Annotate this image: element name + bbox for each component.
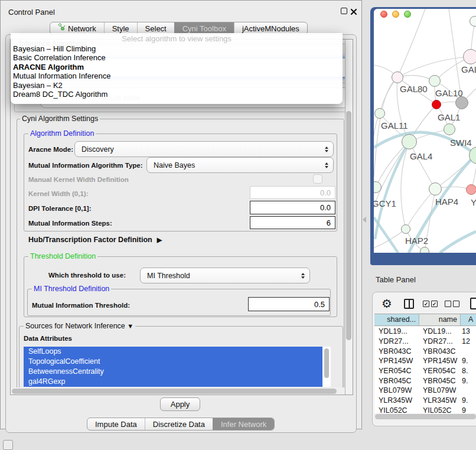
cell: YBR043C [419,347,461,356]
apply-button[interactable]: Apply [160,397,200,411]
tab-impute-data[interactable]: Impute Data [87,418,145,430]
close-icon[interactable] [350,7,357,14]
threshold-definition-title: Threshold Definition [28,252,97,260]
kernel-width-label: Kernel Width (0,1): [28,190,88,197]
aracne-mode-combo[interactable]: Discovery [74,141,334,157]
table-row[interactable]: YBR045CYBR045C9. [374,376,476,386]
column-header-partial[interactable]: A [461,314,476,325]
table-row[interactable]: YDL19...YDL19...13 [374,327,476,337]
kernel-width-field[interactable]: 0.0 [250,186,335,199]
node-gal7[interactable] [463,49,476,64]
mi-type-combo[interactable]: Naive Bayes [146,157,334,173]
tab-select[interactable]: Select [137,22,174,34]
attribute-item-selfloops[interactable]: SelfLoops [24,347,322,357]
table-row[interactable]: YDR27...YDR27...12 [374,337,476,347]
list-scrollbar[interactable] [322,347,331,387]
hub-definition-toggle[interactable]: Hub/Transcription Factor Definition▶ [28,236,162,244]
split-columns-icon[interactable] [404,299,414,309]
manual-kernel-checkbox[interactable] [313,174,322,184]
node-swi4-label: SWI4 [450,138,472,148]
deselect-all-columns-icon[interactable] [445,301,459,307]
node-swi4[interactable] [444,123,455,135]
manual-kernel-label: Manual Kernel Width Definition [28,176,129,183]
column-header-name[interactable]: name [419,314,461,325]
mi-type-label: Mutual Information Algorithm Type: [28,162,143,169]
node[interactable] [420,247,429,253]
cyni-algorithm-settings-title: Cyni Algorithm Settings [20,115,100,123]
node-hap4-label: HAP4 [435,197,458,207]
popup-item-basic-correlation-inference[interactable]: Basic Correlation Inference [11,53,343,62]
cell: YLR345W [374,396,419,405]
table-row[interactable]: YER054CYER054C8. [374,366,476,376]
tab-discretize-data[interactable]: Discretize Data [145,418,213,430]
table-row[interactable]: YIL052CYIL052C9 [374,406,476,414]
popup-item-bayesian-k2[interactable]: Bayesian – K2 [11,81,343,90]
vertical-scrollbar-thumb[interactable] [346,111,351,340]
collapsed-arrow-icon: ▶ [157,236,162,243]
cell: YPR145W [374,357,419,365]
node-hap2[interactable] [401,224,410,234]
attribute-item-gal4rgexp[interactable]: gal4RGexp [24,377,322,387]
cell: YDR27... [419,337,461,345]
horizontal-scrollbar-thumb[interactable] [12,389,337,394]
node-gal80-label: GAL80 [400,84,428,94]
table-row[interactable]: YBL079WYBL079W [374,386,476,396]
data-attributes-list[interactable]: SelfLoopsTopologicalCoefficientBetweenne… [24,347,331,387]
node-gal4[interactable] [402,134,417,149]
desktop-mini-icon[interactable] [3,440,13,450]
table-panel-title: Table Panel [376,275,416,284]
popup-item-bayesian-hill-climbing[interactable]: Bayesian – Hill Climbing [11,44,343,53]
node-y[interactable] [466,184,476,195]
table-row[interactable]: YPR145WYPR145W9. [374,356,476,366]
tab-cyni-toolbox[interactable]: Cyni Toolbox [174,22,234,34]
dpi-tolerance-field[interactable]: 0.0 [250,201,335,214]
node-gal7-label: GAL7 [461,64,476,74]
node-gray[interactable] [455,96,468,109]
attribute-item-betweennesscentrality[interactable]: BetweennessCentrality [24,367,322,377]
popup-item-dream8-dc-tdc-algorithm[interactable]: Dream8 DC_TDC Algorithm [11,90,343,99]
table-row[interactable]: YBR043CYBR043C [374,346,476,356]
cell: 9. [461,396,468,405]
splitter-collapse-icon[interactable] [363,217,366,223]
gear-icon[interactable]: ⚙ [382,296,392,311]
cell: YBL079W [374,386,419,394]
attribute-item-topologicalcoefficient[interactable]: TopologicalCoefficient [24,357,322,367]
column-header-shared-name[interactable]: shared... [374,314,419,325]
mi-steps-field[interactable]: 6 [250,216,335,229]
node-gal10[interactable] [429,75,441,87]
cell: YDR27... [374,337,419,345]
node-gal11[interactable] [374,108,385,119]
sources-title[interactable]: Sources for Network Inference ▼ [24,322,135,330]
combo-arrows-icon [325,162,328,168]
algorithm-definition-title: Algorithm Definition [28,129,96,138]
aracne-mode-value: Discovery [81,145,325,154]
node-gal1[interactable] [432,100,441,109]
bottom-tabstrip: Impute DataDiscretize DataInfer Network [87,418,275,431]
tab-jactivemnodules[interactable]: jActiveMNodules [234,22,307,34]
which-threshold-label: Which threshold to use: [48,272,126,279]
table-mode-icon[interactable] [470,298,476,309]
algorithm-popup: Select algorithm to view settings Bayesi… [11,33,343,104]
select-all-columns-icon[interactable]: ✓✓ [423,301,438,307]
node-hap4[interactable] [429,182,442,195]
tab-infer-network[interactable]: Infer Network [213,418,274,430]
table-row[interactable]: YLR345WYLR345W9. [374,396,476,406]
node[interactable] [470,16,476,27]
cell: 8. [461,367,468,375]
table-horizontal-scrollbar-thumb[interactable] [375,414,476,419]
node-gal80[interactable] [392,71,403,83]
cell: YPR145W [419,357,461,365]
tab-network[interactable]: Network [50,22,104,34]
cell: YDL19... [374,327,419,335]
cell: YBR043C [374,347,419,356]
dpi-tolerance-label: DPI Tolerance [0,1]: [28,205,92,212]
which-threshold-combo[interactable]: MI Threshold [140,268,310,283]
mi-threshold-field[interactable]: 0.5 [248,297,330,311]
tab-style[interactable]: Style [104,22,137,34]
popup-item-aracne-algorithm[interactable]: ARACNE Algorithm [11,63,343,71]
cell: YBL079W [419,386,461,394]
popup-item-mutual-information-inference[interactable]: Mutual Information Inference [11,71,343,80]
network-edges [374,9,476,253]
float-window-icon[interactable] [341,8,347,14]
network-canvas[interactable]: GAL7GAL80GAL10GAL1GAL11SWI4GAL4HAP4YGCY1… [374,9,476,253]
